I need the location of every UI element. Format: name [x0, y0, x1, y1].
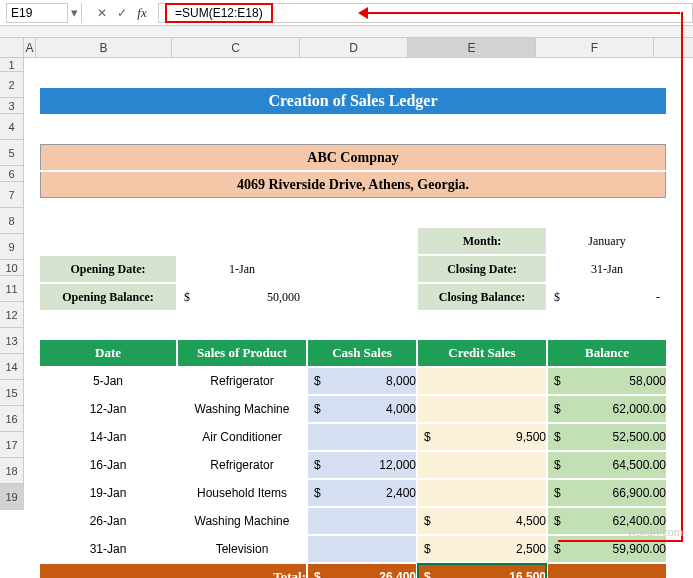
row-header[interactable]: 7 — [0, 182, 24, 208]
page-title: Creation of Sales Ledger — [40, 88, 666, 114]
row-header[interactable]: 12 — [0, 302, 24, 328]
annotation-arrow-icon — [358, 7, 368, 19]
row-header[interactable]: 8 — [0, 208, 24, 234]
fx-icon[interactable]: fx — [132, 3, 152, 23]
col-balance: Balance — [548, 340, 666, 366]
row-header[interactable]: 3 — [0, 98, 24, 114]
row-header[interactable]: 5 — [0, 140, 24, 166]
opening-balance-label: Opening Balance: — [40, 284, 176, 310]
month-value[interactable]: January — [548, 228, 666, 254]
col-header-c[interactable]: C — [172, 38, 300, 57]
col-date: Date — [40, 340, 176, 366]
closing-date-value[interactable]: 31-Jan — [548, 256, 666, 282]
total-label: Total: — [40, 564, 306, 578]
annotation-line — [558, 540, 683, 542]
select-all-corner[interactable] — [0, 38, 24, 57]
table-row[interactable]: 19-JanHousehold Items$2,400$66,900.00 — [26, 480, 666, 506]
closing-balance-label: Closing Balance: — [418, 284, 546, 310]
col-header-a[interactable]: A — [24, 38, 36, 57]
row-header[interactable]: 19 — [0, 484, 24, 510]
col-product: Sales of Product — [178, 340, 306, 366]
name-box-dropdown-icon[interactable]: ▾ — [68, 3, 82, 23]
column-headers: A B C D E F — [0, 38, 693, 58]
row-header[interactable]: 18 — [0, 458, 24, 484]
row-header[interactable]: 14 — [0, 354, 24, 380]
col-header-e[interactable]: E — [408, 38, 536, 57]
row-header[interactable]: 13 — [0, 328, 24, 354]
opening-date-label: Opening Date: — [40, 256, 176, 282]
row-header[interactable]: 2 — [0, 72, 24, 98]
table-row[interactable]: 12-JanWashing Machine$4,000$62,000.00 — [26, 396, 666, 422]
row-header[interactable]: 10 — [0, 260, 24, 276]
formula-bar-expand[interactable] — [0, 26, 693, 38]
table-row[interactable]: 5-JanRefrigerator$8,000$58,000 — [26, 368, 666, 394]
row-header[interactable]: 6 — [0, 166, 24, 182]
row-header[interactable]: 1 — [0, 58, 24, 72]
total-row[interactable]: Total: $26,400 $16,500 — [26, 564, 666, 578]
row-header[interactable]: 9 — [0, 234, 24, 260]
annotation-line — [360, 12, 680, 14]
col-credit: Credit Sales — [418, 340, 546, 366]
row-header[interactable]: 4 — [0, 114, 24, 140]
company-address: 4069 Riverside Drive, Athens, Georgia. — [40, 172, 666, 198]
row-header[interactable]: 16 — [0, 406, 24, 432]
opening-balance-value[interactable]: $50,000 — [178, 284, 306, 310]
total-balance — [548, 564, 666, 578]
sheet-content[interactable]: Creation of Sales Ledger ABC Compnay 406… — [24, 58, 668, 578]
col-header-b[interactable]: B — [36, 38, 172, 57]
name-box[interactable]: E19 — [6, 3, 68, 23]
cancel-icon[interactable]: ✕ — [92, 3, 112, 23]
col-header-f[interactable]: F — [536, 38, 654, 57]
row-header[interactable]: 11 — [0, 276, 24, 302]
total-cash: $26,400 — [308, 564, 416, 578]
table-row[interactable]: 16-JanRefrigerator$12,000$64,500.00 — [26, 452, 666, 478]
opening-date-value[interactable]: 1-Jan — [178, 256, 306, 282]
table-row[interactable]: 26-JanWashing Machine$4,500$62,400.00 — [26, 508, 666, 534]
total-credit-selected-cell[interactable]: $16,500 — [418, 564, 546, 578]
spreadsheet-grid[interactable]: A B C D E F 1 2 3 4 5 6 7 8 9 10 11 12 1… — [0, 38, 693, 510]
table-row[interactable]: 14-JanAir Conditioner$9,500$52,500.00 — [26, 424, 666, 450]
enter-icon[interactable]: ✓ — [112, 3, 132, 23]
company-name: ABC Compnay — [40, 144, 666, 170]
watermark: wsxdn.com — [628, 526, 683, 538]
formula-text: =SUM(E12:E18) — [165, 3, 273, 23]
row-headers: 1 2 3 4 5 6 7 8 9 10 11 12 13 14 15 16 1… — [0, 58, 24, 510]
closing-balance-value[interactable]: $- — [548, 284, 666, 310]
annotation-line — [681, 12, 683, 541]
col-cash: Cash Sales — [308, 340, 416, 366]
month-label: Month: — [418, 228, 546, 254]
closing-date-label: Closing Date: — [418, 256, 546, 282]
col-header-d[interactable]: D — [300, 38, 408, 57]
row-header[interactable]: 15 — [0, 380, 24, 406]
row-header[interactable]: 17 — [0, 432, 24, 458]
